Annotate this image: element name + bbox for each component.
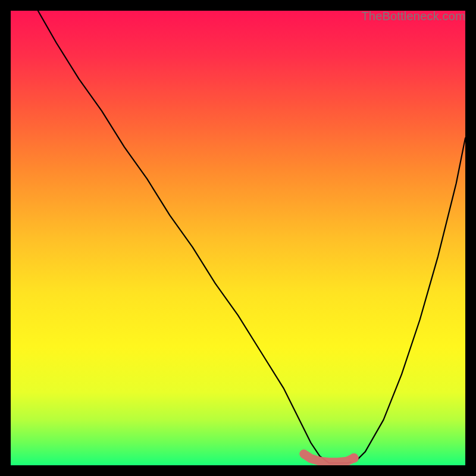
chart-frame: TheBottleneck.com bbox=[11, 11, 465, 465]
watermark-text: TheBottleneck.com bbox=[361, 10, 465, 23]
svg-rect-0 bbox=[11, 11, 465, 465]
background-gradient bbox=[11, 11, 465, 465]
